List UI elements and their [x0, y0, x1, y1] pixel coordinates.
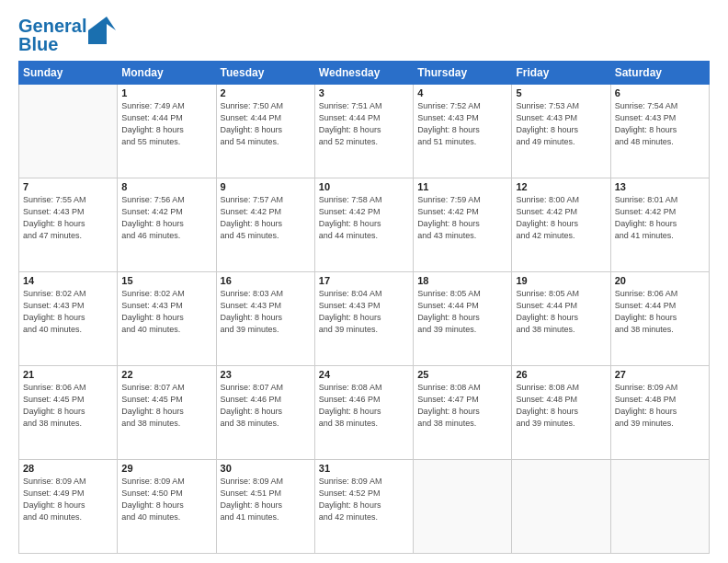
- day-number: 9: [221, 181, 311, 192]
- day-info: Sunrise: 7:59 AM Sunset: 4:42 PM Dayligh…: [417, 194, 507, 242]
- week-row-2: 7Sunrise: 7:55 AM Sunset: 4:43 PM Daylig…: [19, 178, 710, 272]
- day-number: 12: [516, 181, 606, 192]
- day-info: Sunrise: 8:02 AM Sunset: 4:43 PM Dayligh…: [23, 288, 113, 336]
- day-info: Sunrise: 8:08 AM Sunset: 4:47 PM Dayligh…: [417, 382, 507, 430]
- day-number: 17: [319, 275, 409, 286]
- day-number: 3: [319, 87, 409, 98]
- day-number: 31: [319, 463, 409, 474]
- day-cell: 26Sunrise: 8:08 AM Sunset: 4:48 PM Dayli…: [512, 366, 610, 460]
- day-cell: 9Sunrise: 7:57 AM Sunset: 4:42 PM Daylig…: [216, 178, 314, 272]
- logo: General Blue: [18, 17, 116, 53]
- day-number: 2: [221, 87, 311, 98]
- day-cell: 27Sunrise: 8:09 AM Sunset: 4:48 PM Dayli…: [610, 366, 709, 460]
- day-cell: 21Sunrise: 8:06 AM Sunset: 4:45 PM Dayli…: [19, 366, 118, 460]
- day-info: Sunrise: 7:50 AM Sunset: 4:44 PM Dayligh…: [221, 100, 311, 148]
- weekday-header-row: SundayMondayTuesdayWednesdayThursdayFrid…: [19, 62, 710, 85]
- day-info: Sunrise: 8:09 AM Sunset: 4:48 PM Dayligh…: [615, 382, 705, 430]
- day-info: Sunrise: 8:00 AM Sunset: 4:42 PM Dayligh…: [516, 194, 606, 242]
- day-number: 8: [121, 181, 211, 192]
- day-cell: 6Sunrise: 7:54 AM Sunset: 4:43 PM Daylig…: [610, 85, 709, 178]
- day-cell: [19, 85, 118, 178]
- day-cell: 22Sunrise: 8:07 AM Sunset: 4:45 PM Dayli…: [118, 366, 216, 460]
- day-cell: 12Sunrise: 8:00 AM Sunset: 4:42 PM Dayli…: [512, 178, 610, 272]
- day-info: Sunrise: 7:49 AM Sunset: 4:44 PM Dayligh…: [121, 100, 211, 148]
- day-number: 22: [121, 369, 211, 380]
- day-cell: 28Sunrise: 8:09 AM Sunset: 4:49 PM Dayli…: [19, 460, 118, 554]
- day-info: Sunrise: 8:06 AM Sunset: 4:44 PM Dayligh…: [615, 288, 705, 336]
- weekday-header-sunday: Sunday: [19, 62, 118, 85]
- day-cell: 15Sunrise: 8:02 AM Sunset: 4:43 PM Dayli…: [118, 272, 216, 366]
- day-info: Sunrise: 8:06 AM Sunset: 4:45 PM Dayligh…: [23, 382, 113, 430]
- day-info: Sunrise: 7:53 AM Sunset: 4:43 PM Dayligh…: [516, 100, 606, 148]
- day-cell: [610, 460, 709, 554]
- header: General Blue: [18, 17, 710, 53]
- day-info: Sunrise: 7:54 AM Sunset: 4:43 PM Dayligh…: [615, 100, 705, 148]
- day-cell: 20Sunrise: 8:06 AM Sunset: 4:44 PM Dayli…: [610, 272, 709, 366]
- day-number: 15: [121, 275, 211, 286]
- day-number: 30: [221, 463, 311, 474]
- day-cell: 19Sunrise: 8:05 AM Sunset: 4:44 PM Dayli…: [512, 272, 610, 366]
- day-info: Sunrise: 8:02 AM Sunset: 4:43 PM Dayligh…: [121, 288, 211, 336]
- weekday-header-saturday: Saturday: [610, 62, 709, 85]
- day-number: 4: [417, 87, 507, 98]
- day-info: Sunrise: 7:58 AM Sunset: 4:42 PM Dayligh…: [319, 194, 409, 242]
- day-info: Sunrise: 8:03 AM Sunset: 4:43 PM Dayligh…: [221, 288, 311, 336]
- day-number: 28: [23, 463, 113, 474]
- day-number: 6: [615, 87, 705, 98]
- day-number: 16: [221, 275, 311, 286]
- week-row-1: 1Sunrise: 7:49 AM Sunset: 4:44 PM Daylig…: [19, 85, 710, 178]
- day-number: 24: [319, 369, 409, 380]
- day-cell: [512, 460, 610, 554]
- day-cell: 13Sunrise: 8:01 AM Sunset: 4:42 PM Dayli…: [610, 178, 709, 272]
- day-number: 13: [615, 181, 705, 192]
- day-number: 1: [121, 87, 211, 98]
- day-info: Sunrise: 8:04 AM Sunset: 4:43 PM Dayligh…: [319, 288, 409, 336]
- week-row-5: 28Sunrise: 8:09 AM Sunset: 4:49 PM Dayli…: [19, 460, 710, 554]
- day-cell: 29Sunrise: 8:09 AM Sunset: 4:50 PM Dayli…: [118, 460, 216, 554]
- day-cell: 18Sunrise: 8:05 AM Sunset: 4:44 PM Dayli…: [414, 272, 512, 366]
- day-number: 20: [615, 275, 705, 286]
- day-info: Sunrise: 8:08 AM Sunset: 4:48 PM Dayligh…: [516, 382, 606, 430]
- day-cell: 14Sunrise: 8:02 AM Sunset: 4:43 PM Dayli…: [19, 272, 118, 366]
- day-number: 21: [23, 369, 113, 380]
- day-info: Sunrise: 8:07 AM Sunset: 4:46 PM Dayligh…: [221, 382, 311, 430]
- day-info: Sunrise: 7:52 AM Sunset: 4:43 PM Dayligh…: [417, 100, 507, 148]
- day-cell: 11Sunrise: 7:59 AM Sunset: 4:42 PM Dayli…: [414, 178, 512, 272]
- day-cell: 8Sunrise: 7:56 AM Sunset: 4:42 PM Daylig…: [118, 178, 216, 272]
- day-number: 11: [417, 181, 507, 192]
- weekday-header-monday: Monday: [118, 62, 216, 85]
- day-info: Sunrise: 8:01 AM Sunset: 4:42 PM Dayligh…: [615, 194, 705, 242]
- day-number: 14: [23, 275, 113, 286]
- day-info: Sunrise: 8:05 AM Sunset: 4:44 PM Dayligh…: [516, 288, 606, 336]
- day-info: Sunrise: 7:51 AM Sunset: 4:44 PM Dayligh…: [319, 100, 409, 148]
- day-number: 25: [417, 369, 507, 380]
- day-info: Sunrise: 7:55 AM Sunset: 4:43 PM Dayligh…: [23, 194, 113, 242]
- day-cell: 7Sunrise: 7:55 AM Sunset: 4:43 PM Daylig…: [19, 178, 118, 272]
- day-cell: 5Sunrise: 7:53 AM Sunset: 4:43 PM Daylig…: [512, 85, 610, 178]
- day-info: Sunrise: 8:07 AM Sunset: 4:45 PM Dayligh…: [121, 382, 211, 430]
- weekday-header-tuesday: Tuesday: [216, 62, 314, 85]
- day-number: 10: [319, 181, 409, 192]
- day-cell: 24Sunrise: 8:08 AM Sunset: 4:46 PM Dayli…: [314, 366, 413, 460]
- day-cell: 4Sunrise: 7:52 AM Sunset: 4:43 PM Daylig…: [414, 85, 512, 178]
- day-cell: 25Sunrise: 8:08 AM Sunset: 4:47 PM Dayli…: [414, 366, 512, 460]
- weekday-header-thursday: Thursday: [414, 62, 512, 85]
- svg-marker-0: [88, 17, 116, 44]
- page: General Blue SundayMondayTuesdayWednesda…: [0, 0, 728, 563]
- day-info: Sunrise: 8:08 AM Sunset: 4:46 PM Dayligh…: [319, 382, 409, 430]
- day-cell: 1Sunrise: 7:49 AM Sunset: 4:44 PM Daylig…: [118, 85, 216, 178]
- day-cell: 17Sunrise: 8:04 AM Sunset: 4:43 PM Dayli…: [314, 272, 413, 366]
- day-number: 29: [121, 463, 211, 474]
- day-info: Sunrise: 7:57 AM Sunset: 4:42 PM Dayligh…: [221, 194, 311, 242]
- day-number: 5: [516, 87, 606, 98]
- day-info: Sunrise: 7:56 AM Sunset: 4:42 PM Dayligh…: [121, 194, 211, 242]
- week-row-3: 14Sunrise: 8:02 AM Sunset: 4:43 PM Dayli…: [19, 272, 710, 366]
- weekday-header-friday: Friday: [512, 62, 610, 85]
- day-info: Sunrise: 8:09 AM Sunset: 4:51 PM Dayligh…: [221, 476, 311, 523]
- week-row-4: 21Sunrise: 8:06 AM Sunset: 4:45 PM Dayli…: [19, 366, 710, 460]
- day-info: Sunrise: 8:09 AM Sunset: 4:50 PM Dayligh…: [121, 476, 211, 523]
- day-cell: 16Sunrise: 8:03 AM Sunset: 4:43 PM Dayli…: [216, 272, 314, 366]
- day-cell: 10Sunrise: 7:58 AM Sunset: 4:42 PM Dayli…: [314, 178, 413, 272]
- day-number: 7: [23, 181, 113, 192]
- day-info: Sunrise: 8:09 AM Sunset: 4:52 PM Dayligh…: [319, 476, 409, 523]
